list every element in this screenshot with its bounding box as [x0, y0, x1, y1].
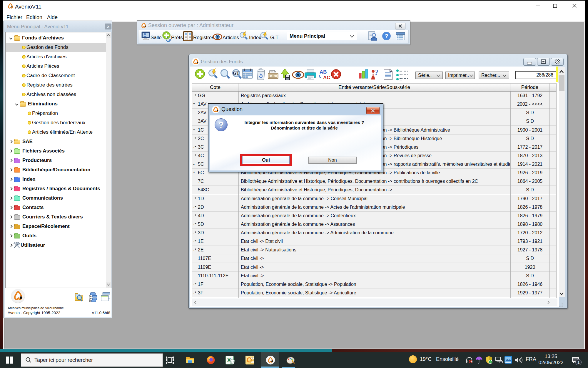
svg-text:?: ? — [385, 33, 388, 39]
svg-text:AB: AB — [320, 69, 327, 75]
svg-text:?: ? — [374, 68, 379, 77]
svg-text:GT: GT — [233, 71, 239, 76]
svg-text:AC: AC — [323, 75, 330, 80]
